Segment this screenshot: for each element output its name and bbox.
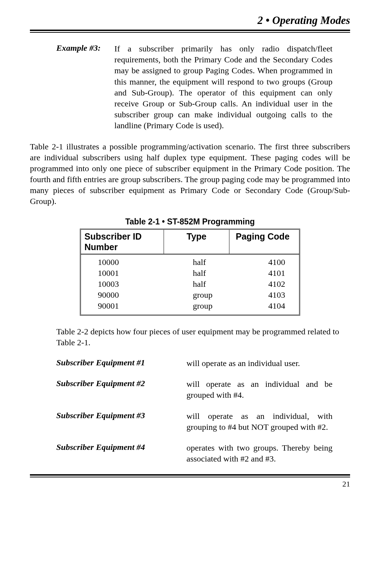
equipment-label: Subscriber Equipment #3 bbox=[56, 411, 186, 433]
equipment-row: Subscriber Equipment #4 operates with tw… bbox=[30, 442, 350, 464]
example-label: Example #3: bbox=[56, 43, 114, 131]
cell-code: 4102 bbox=[254, 279, 299, 290]
cell-type: half bbox=[177, 268, 254, 279]
equipment-text: will operate as an individual and be gro… bbox=[186, 379, 332, 401]
cell-id: 90000 bbox=[81, 290, 177, 301]
table-row: 10003 half 4102 bbox=[81, 279, 299, 290]
cell-type: group bbox=[177, 301, 254, 311]
table-row: 90001 group 4104 bbox=[81, 301, 299, 311]
cell-code: 4100 bbox=[254, 257, 299, 268]
programming-table: Subscriber ID Number Type Paging Code 10… bbox=[80, 229, 300, 316]
cell-type: group bbox=[177, 290, 254, 301]
example-text: If a subscriber primarily has only radio… bbox=[114, 43, 332, 131]
cell-type: half bbox=[177, 279, 254, 290]
cell-code: 4103 bbox=[254, 290, 299, 301]
cell-code: 4101 bbox=[254, 268, 299, 279]
cell-id: 10003 bbox=[81, 279, 177, 290]
equipment-label: Subscriber Equipment #2 bbox=[56, 379, 186, 401]
table-row: 10000 half 4100 bbox=[81, 257, 299, 268]
equipment-row: Subscriber Equipment #3 will operate as … bbox=[30, 411, 350, 433]
page-number: 21 bbox=[30, 479, 350, 489]
table-caption: Table 2-1 • ST-852M Programming bbox=[30, 217, 350, 227]
equipment-label: Subscriber Equipment #1 bbox=[56, 358, 186, 369]
cell-code: 4104 bbox=[254, 301, 299, 311]
footer-rule bbox=[30, 474, 350, 477]
table-header-type: Type bbox=[164, 230, 229, 254]
chapter-header: 2 • Operating Modes bbox=[30, 14, 350, 27]
intro-paragraph: Table 2-1 illustrates a possible program… bbox=[30, 141, 350, 207]
cell-id: 90001 bbox=[81, 301, 177, 311]
table-row: 90000 group 4103 bbox=[81, 290, 299, 301]
table-row: 10001 half 4101 bbox=[81, 268, 299, 279]
equipment-label: Subscriber Equipment #4 bbox=[56, 442, 186, 464]
equipment-text: will operate as an individual user. bbox=[186, 358, 332, 369]
table2-intro-paragraph: Table 2-2 depicts how four pieces of use… bbox=[30, 326, 350, 348]
cell-id: 10001 bbox=[81, 268, 177, 279]
table-body: 10000 half 4100 10001 half 4101 10003 ha… bbox=[81, 255, 299, 315]
example-block: Example #3: If a subscriber primarily ha… bbox=[30, 43, 350, 131]
equipment-text: will operate as an individual, with grou… bbox=[186, 411, 332, 433]
table-header-subscriber: Subscriber ID Number bbox=[81, 230, 164, 254]
equipment-row: Subscriber Equipment #1 will operate as … bbox=[30, 358, 350, 369]
cell-type: half bbox=[177, 257, 254, 268]
table-header-code: Paging Code bbox=[229, 230, 299, 254]
equipment-text: operates with two groups. Thereby being … bbox=[186, 442, 332, 464]
cell-id: 10000 bbox=[81, 257, 177, 268]
table-header-row: Subscriber ID Number Type Paging Code bbox=[81, 230, 299, 255]
header-rule bbox=[30, 30, 350, 33]
equipment-row: Subscriber Equipment #2 will operate as … bbox=[30, 379, 350, 401]
